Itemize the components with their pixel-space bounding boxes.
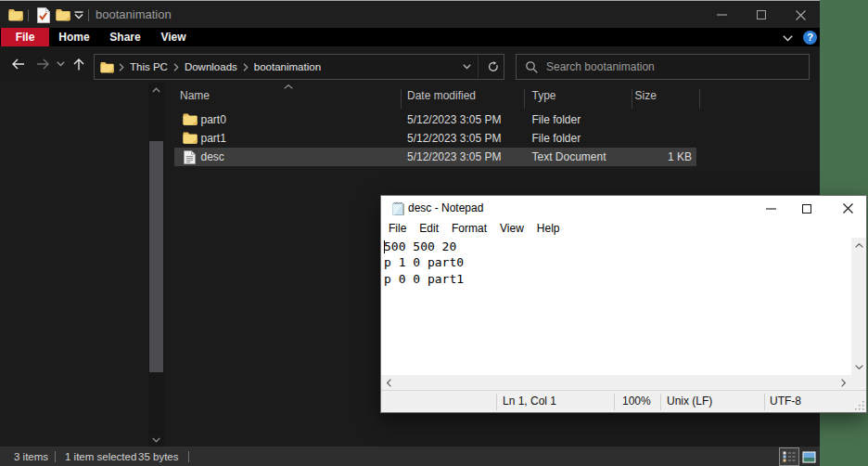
close-icon <box>843 203 853 214</box>
navigation-scrollbar[interactable] <box>148 83 164 447</box>
new-folder-icon <box>56 8 70 21</box>
explorer-close-button[interactable] <box>782 2 819 28</box>
maximize-icon <box>757 10 766 19</box>
explorer-minimize-button[interactable] <box>703 2 740 28</box>
menu-item-help[interactable]: Help <box>530 221 567 238</box>
explorer-app-folder-icon[interactable] <box>8 8 23 21</box>
column-header-size[interactable]: Size <box>635 83 657 110</box>
qat-dropdown-icon <box>74 11 83 19</box>
refresh-button[interactable] <box>480 55 505 79</box>
notepad-close-button[interactable] <box>832 196 863 221</box>
file-name: desc <box>201 148 224 166</box>
scroll-up-button[interactable] <box>851 238 867 253</box>
breadcrumb-item-downloads[interactable]: Downloads <box>182 61 240 72</box>
address-toolbar: This PC Downloads bootanimation <box>0 46 820 83</box>
text-line: 500 500 20 <box>384 239 456 253</box>
resize-grip[interactable] <box>855 401 864 410</box>
help-button[interactable]: ? <box>803 31 817 45</box>
minimize-icon <box>766 208 776 210</box>
file-type: File folder <box>532 110 581 129</box>
folder-icon <box>183 112 198 126</box>
ribbon-tab-bar: File Home Share View ? <box>0 28 820 46</box>
column-header-date[interactable]: Date modified <box>407 83 476 110</box>
address-dropdown-button[interactable] <box>455 55 478 79</box>
breadcrumb-chevron-icon[interactable] <box>243 63 249 71</box>
search-input[interactable] <box>546 60 778 73</box>
column-separator[interactable] <box>524 89 525 109</box>
selection-size-label: 35 bytes <box>138 447 178 466</box>
column-separator[interactable] <box>632 89 632 109</box>
address-bar-separator <box>478 56 479 78</box>
notepad-vertical-scrollbar[interactable] <box>851 238 866 375</box>
tab-file[interactable]: File <box>1 28 49 46</box>
zoom-level-label: 100% <box>622 391 651 413</box>
explorer-titlebar[interactable]: bootanimation <box>0 2 820 28</box>
chevron-down-icon <box>463 64 471 70</box>
breadcrumb-item-bootanimation[interactable]: bootanimation <box>251 61 324 72</box>
scroll-right-button[interactable] <box>836 375 851 390</box>
menu-item-format[interactable]: Format <box>445 221 493 238</box>
column-header-type[interactable]: Type <box>532 83 556 110</box>
breadcrumb-folder-icon <box>100 61 114 73</box>
notepad-titlebar[interactable]: desc - Notepad <box>381 196 866 221</box>
text-line: p 1 0 part0 <box>384 255 464 269</box>
file-row[interactable]: part1 5/12/2023 3:05 PM File folder <box>164 129 820 148</box>
chevron-down-icon <box>152 437 160 443</box>
notepad-icon <box>391 201 405 216</box>
search-box[interactable] <box>516 54 810 80</box>
file-size: 1 KB <box>632 148 692 166</box>
status-separator <box>660 394 661 410</box>
file-date: 5/12/2023 3:05 PM <box>407 110 501 129</box>
notepad-horizontal-scrollbar[interactable] <box>381 375 851 390</box>
explorer-statusbar: 3 items 1 item selected 35 bytes <box>0 447 820 466</box>
address-bar[interactable]: This PC Downloads bootanimation <box>94 54 504 80</box>
column-header-name[interactable]: Name <box>180 83 210 110</box>
tab-view[interactable]: View <box>160 28 185 46</box>
thumbnail-view-icon <box>802 451 816 463</box>
scroll-up-button[interactable] <box>148 83 164 97</box>
menu-item-file[interactable]: File <box>382 221 413 238</box>
notepad-maximize-button[interactable] <box>791 196 823 221</box>
chevron-up-icon <box>855 243 863 248</box>
scroll-left-button[interactable] <box>381 375 397 390</box>
scrollbar-thumb[interactable] <box>149 141 163 372</box>
tab-share[interactable]: Share <box>109 28 140 46</box>
notepad-statusbar: Ln 1, Col 1 100% Unix (LF) UTF-8 <box>381 390 866 412</box>
notepad-minimize-button[interactable] <box>755 196 786 221</box>
qat-customize-button[interactable] <box>72 7 85 23</box>
column-separator[interactable] <box>699 89 700 109</box>
details-view-button[interactable] <box>779 447 799 466</box>
notepad-window-title: desc - Notepad <box>408 196 483 221</box>
recent-locations-button[interactable] <box>53 52 68 76</box>
file-row-selected[interactable]: desc 5/12/2023 3:05 PM Text Document 1 K… <box>164 148 820 166</box>
sort-ascending-icon <box>284 84 293 89</box>
status-separator <box>188 451 189 462</box>
forward-button[interactable] <box>31 52 55 76</box>
line-ending-label: Unix (LF) <box>667 391 712 413</box>
maximize-icon <box>802 204 811 214</box>
menu-item-edit[interactable]: Edit <box>413 221 445 238</box>
explorer-maximize-button[interactable] <box>743 2 780 28</box>
qat-properties-button[interactable] <box>35 6 52 24</box>
file-row[interactable]: part0 5/12/2023 3:05 PM File folder <box>164 110 820 129</box>
column-separator[interactable] <box>401 89 402 109</box>
scroll-down-button[interactable] <box>148 433 164 447</box>
tab-home[interactable]: Home <box>58 28 89 46</box>
breadcrumb-item-this-pc[interactable]: This PC <box>127 61 171 72</box>
breadcrumb-chevron-icon[interactable] <box>173 63 179 71</box>
encoding-label: UTF-8 <box>770 391 801 413</box>
properties-icon <box>37 7 50 23</box>
menu-item-view[interactable]: View <box>493 221 530 238</box>
status-separator <box>55 451 56 462</box>
breadcrumb-chevron-icon[interactable] <box>119 63 124 71</box>
qat-new-folder-button[interactable] <box>54 6 72 24</box>
ribbon-expand-button[interactable] <box>779 30 796 45</box>
status-separator <box>614 394 615 410</box>
large-icons-view-button[interactable] <box>801 450 816 463</box>
chevron-down-icon <box>855 365 863 369</box>
up-button[interactable] <box>67 52 91 76</box>
notepad-text-area[interactable]: 500 500 20 p 1 0 part0 p 0 0 part1 <box>381 238 851 375</box>
selection-label: 1 item selected <box>65 447 136 466</box>
back-button[interactable] <box>6 52 31 76</box>
scroll-down-button[interactable] <box>851 359 867 375</box>
